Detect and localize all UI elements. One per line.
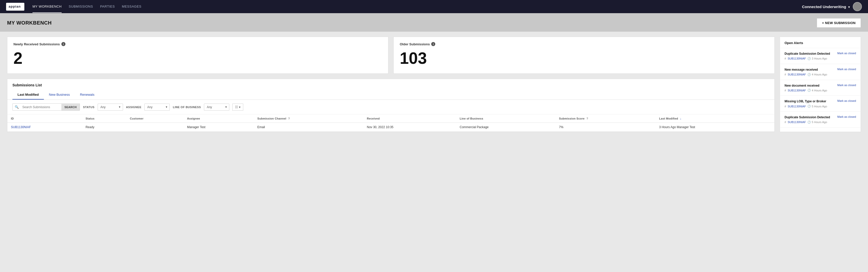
alert-id-link-1[interactable]: SUB1130NIAF (787, 73, 806, 76)
alert-time-0: 🕐 3 Hours Ago (807, 57, 827, 60)
nav-messages[interactable]: MESSAGES (122, 1, 142, 13)
app-name[interactable]: Connected Underwriting ▾ (802, 5, 850, 9)
clock-icon-4: 🕐 (807, 121, 811, 124)
assignee-select-wrap: Any ▼ (144, 104, 170, 111)
table-header-row: ID Status Customer Assignee Submission C… (7, 114, 774, 123)
page-header: MY WORKBENCH + NEW SUBMISSION (0, 13, 868, 32)
alert-title-1: New message received (784, 68, 837, 72)
nav-parties[interactable]: PARTIES (100, 1, 115, 13)
appian-logo-text: appian (6, 3, 24, 11)
alert-time-2: 🕐 4 Hours Ago (807, 89, 827, 92)
search-wrap: 🔍 SEARCH (12, 103, 80, 111)
tab-last-modified[interactable]: Last Modified (12, 90, 44, 100)
alert-item: New document received Mark as closed # S… (780, 80, 861, 96)
alert-item: Duplicate Submission Detected Mark as cl… (780, 112, 861, 128)
alert-hash-icon-1: # (784, 73, 786, 76)
new-submission-button[interactable]: + NEW SUBMISSION (817, 18, 861, 28)
alert-time-1: 🕐 4 Hours Ago (807, 73, 827, 76)
clock-icon-2: 🕐 (807, 89, 811, 92)
alert-header: Missing LOB, Type or Broker Mark as clos… (784, 99, 856, 104)
submissions-table: ID Status Customer Assignee Submission C… (7, 114, 774, 132)
lob-select[interactable]: Any (204, 104, 229, 111)
alert-id-link-4[interactable]: SUB1130NIAF (787, 121, 806, 124)
newly-received-card: Newly Received Submissions i 2 (7, 37, 389, 74)
th-received: Received (363, 114, 456, 123)
alert-meta-1: # SUB1130NIAF 🕐 4 Hours Ago (784, 73, 856, 76)
alert-close-button-1[interactable]: Mark as closed (837, 68, 856, 71)
alert-id-link-2[interactable]: SUB1130NIAF (787, 89, 806, 92)
alert-header: New message received Mark as closed (784, 68, 856, 72)
tab-new-business[interactable]: New Business (44, 90, 75, 100)
svg-text:appian: appian (9, 5, 21, 8)
th-assignee: Assignee (183, 114, 254, 123)
search-icon: 🔍 (13, 104, 21, 110)
alert-header: Duplicate Submission Detected Mark as cl… (784, 52, 856, 56)
th-modified[interactable]: Last Modified ↓ (656, 114, 774, 123)
th-customer: Customer (126, 114, 183, 123)
cell-lob: Commercial Package (456, 123, 556, 132)
tab-renewals[interactable]: Renewals (75, 90, 99, 100)
alert-id-link-3[interactable]: SUB1130NIAF (787, 105, 806, 108)
nav-submissions[interactable]: SUBMISSIONS (69, 1, 93, 13)
alert-meta-0: # SUB1130NIAF 🕐 3 Hours Ago (784, 57, 856, 60)
alert-close-button-0[interactable]: Mark as closed (837, 52, 856, 55)
newly-received-info-icon[interactable]: i (61, 42, 65, 46)
newly-received-count: 2 (13, 50, 382, 66)
main-content: Newly Received Submissions i 2 Older Sub… (0, 32, 868, 137)
alert-close-button-3[interactable]: Mark as closed (837, 99, 856, 102)
status-label: STATUS (83, 106, 94, 109)
cell-assignee: Manager Test (183, 123, 254, 132)
table-body: SUB1130NIAF Ready Manager Test Email Nov… (7, 123, 774, 132)
app-logo[interactable]: appian (6, 3, 24, 11)
alert-header: New document received Mark as closed (784, 83, 856, 88)
alert-time-4: 🕐 5 Hours Ago (807, 121, 827, 124)
clock-icon-0: 🕐 (807, 57, 811, 60)
alert-meta-3: # SUB1130NIAF 🕐 5 Hours Ago (784, 105, 856, 108)
clock-icon-1: 🕐 (807, 73, 811, 76)
alert-time-3: 🕐 5 Hours Ago (807, 105, 827, 108)
submissions-list-header: Submissions List (7, 79, 774, 87)
alert-item: Missing LOB, Type or Broker Mark as clos… (780, 96, 861, 112)
alert-meta-2: # SUB1130NIAF 🕐 4 Hours Ago (784, 89, 856, 92)
cell-score: 7% (556, 123, 656, 132)
stats-row: Newly Received Submissions i 2 Older Sub… (7, 37, 775, 74)
nav-my-workbench[interactable]: MY WORKBENCH (32, 1, 62, 13)
alert-title-3: Missing LOB, Type or Broker (784, 99, 837, 104)
cell-modified: 3 Hours Ago Manager Test (656, 123, 774, 132)
assignee-label: ASSIGNEE (126, 106, 142, 109)
alert-close-button-4[interactable]: Mark as closed (837, 115, 856, 118)
user-avatar[interactable] (853, 2, 862, 11)
submissions-list-card: Submissions List Last Modified New Busin… (7, 79, 775, 132)
older-submissions-info-icon[interactable]: i (431, 42, 435, 46)
status-select-wrap: Any ▼ (98, 104, 123, 111)
older-submissions-count: 103 (400, 50, 768, 66)
alert-id-link-0[interactable]: SUB1130NIAF (787, 57, 806, 60)
nav-links: MY WORKBENCH SUBMISSIONS PARTIES MESSAGE… (32, 1, 794, 13)
channel-help-icon[interactable]: ? (288, 117, 290, 120)
older-submissions-card: Older Submissions i 103 (394, 37, 775, 74)
alert-title-2: New document received (784, 83, 837, 88)
appian-logo-svg: appian (8, 4, 23, 9)
alert-close-button-2[interactable]: Mark as closed (837, 83, 856, 87)
newly-received-title: Newly Received Submissions i (13, 42, 382, 46)
submission-id-link[interactable]: SUB1130NIAF (11, 125, 31, 129)
th-id: ID (7, 114, 82, 123)
lob-select-wrap: Any ▼ (204, 104, 229, 111)
nav-right: Connected Underwriting ▾ (802, 2, 862, 11)
alert-hash-icon-3: # (784, 105, 786, 108)
th-status: Status (82, 114, 126, 123)
submissions-tabs: Last Modified New Business Renewals (7, 90, 774, 100)
content-left: Newly Received Submissions i 2 Older Sub… (7, 37, 775, 132)
alert-meta-4: # SUB1130NIAF 🕐 5 Hours Ago (784, 121, 856, 124)
filter-options-button[interactable]: ☷ ▾ (232, 104, 243, 111)
status-select[interactable]: Any (98, 104, 123, 111)
assignee-select[interactable]: Any (144, 104, 170, 111)
search-button[interactable]: SEARCH (61, 104, 80, 110)
table-row: SUB1130NIAF Ready Manager Test Email Nov… (7, 123, 774, 132)
score-help-icon[interactable]: ? (586, 117, 588, 120)
cell-channel: Email (254, 123, 364, 132)
filter-icon: ☷ (235, 105, 238, 109)
alerts-list: Duplicate Submission Detected Mark as cl… (780, 48, 861, 128)
search-input[interactable] (21, 104, 61, 110)
th-channel: Submission Channel ? (254, 114, 364, 123)
